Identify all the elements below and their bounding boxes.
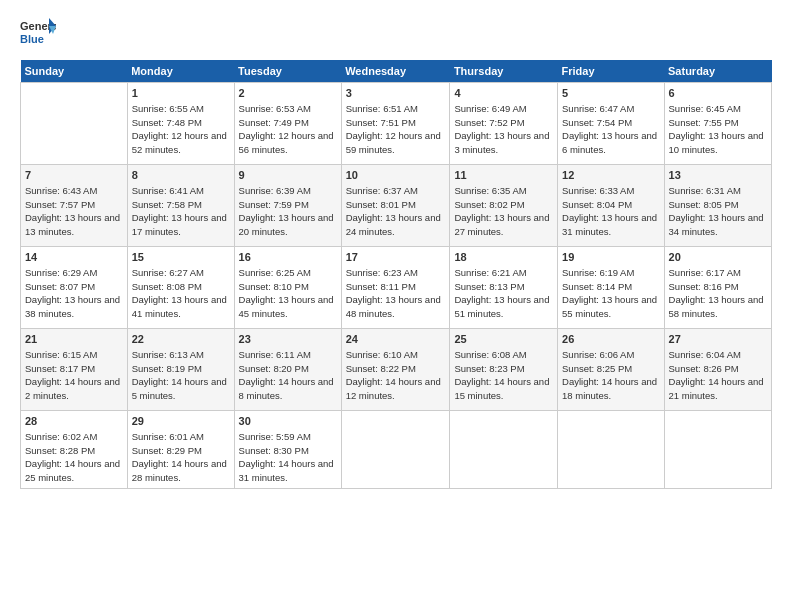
- day-info: Sunrise: 6:53 AMSunset: 7:49 PMDaylight:…: [239, 103, 334, 155]
- day-info: Sunrise: 6:55 AMSunset: 7:48 PMDaylight:…: [132, 103, 227, 155]
- day-info: Sunrise: 6:10 AMSunset: 8:22 PMDaylight:…: [346, 349, 441, 401]
- calendar-week-4: 21Sunrise: 6:15 AMSunset: 8:17 PMDayligh…: [21, 329, 772, 411]
- day-number: 18: [454, 250, 553, 265]
- day-info: Sunrise: 6:25 AMSunset: 8:10 PMDaylight:…: [239, 267, 334, 319]
- calendar-cell: 14Sunrise: 6:29 AMSunset: 8:07 PMDayligh…: [21, 247, 128, 329]
- calendar-cell: 25Sunrise: 6:08 AMSunset: 8:23 PMDayligh…: [450, 329, 558, 411]
- calendar-cell: [664, 411, 771, 489]
- day-info: Sunrise: 6:45 AMSunset: 7:55 PMDaylight:…: [669, 103, 764, 155]
- calendar-cell: 11Sunrise: 6:35 AMSunset: 8:02 PMDayligh…: [450, 165, 558, 247]
- calendar-cell: 12Sunrise: 6:33 AMSunset: 8:04 PMDayligh…: [558, 165, 665, 247]
- calendar-header-monday: Monday: [127, 60, 234, 83]
- day-number: 9: [239, 168, 337, 183]
- day-info: Sunrise: 6:17 AMSunset: 8:16 PMDaylight:…: [669, 267, 764, 319]
- calendar-header-thursday: Thursday: [450, 60, 558, 83]
- calendar-cell: 13Sunrise: 6:31 AMSunset: 8:05 PMDayligh…: [664, 165, 771, 247]
- calendar-cell: 26Sunrise: 6:06 AMSunset: 8:25 PMDayligh…: [558, 329, 665, 411]
- day-info: Sunrise: 6:23 AMSunset: 8:11 PMDaylight:…: [346, 267, 441, 319]
- day-number: 29: [132, 414, 230, 429]
- calendar-cell: 2Sunrise: 6:53 AMSunset: 7:49 PMDaylight…: [234, 83, 341, 165]
- calendar-cell: 6Sunrise: 6:45 AMSunset: 7:55 PMDaylight…: [664, 83, 771, 165]
- calendar-table: SundayMondayTuesdayWednesdayThursdayFrid…: [20, 60, 772, 489]
- calendar-cell: 23Sunrise: 6:11 AMSunset: 8:20 PMDayligh…: [234, 329, 341, 411]
- day-info: Sunrise: 6:04 AMSunset: 8:26 PMDaylight:…: [669, 349, 764, 401]
- calendar-cell: 28Sunrise: 6:02 AMSunset: 8:28 PMDayligh…: [21, 411, 128, 489]
- day-info: Sunrise: 5:59 AMSunset: 8:30 PMDaylight:…: [239, 431, 334, 483]
- calendar-cell: 24Sunrise: 6:10 AMSunset: 8:22 PMDayligh…: [341, 329, 450, 411]
- logo-icon: GeneralBlue: [20, 16, 56, 52]
- day-info: Sunrise: 6:01 AMSunset: 8:29 PMDaylight:…: [132, 431, 227, 483]
- calendar-header-wednesday: Wednesday: [341, 60, 450, 83]
- calendar-header-sunday: Sunday: [21, 60, 128, 83]
- day-info: Sunrise: 6:47 AMSunset: 7:54 PMDaylight:…: [562, 103, 657, 155]
- day-number: 30: [239, 414, 337, 429]
- day-info: Sunrise: 6:49 AMSunset: 7:52 PMDaylight:…: [454, 103, 549, 155]
- calendar-cell: 20Sunrise: 6:17 AMSunset: 8:16 PMDayligh…: [664, 247, 771, 329]
- calendar-cell: 9Sunrise: 6:39 AMSunset: 7:59 PMDaylight…: [234, 165, 341, 247]
- day-info: Sunrise: 6:39 AMSunset: 7:59 PMDaylight:…: [239, 185, 334, 237]
- day-info: Sunrise: 6:06 AMSunset: 8:25 PMDaylight:…: [562, 349, 657, 401]
- day-number: 11: [454, 168, 553, 183]
- calendar-cell: [450, 411, 558, 489]
- day-info: Sunrise: 6:11 AMSunset: 8:20 PMDaylight:…: [239, 349, 334, 401]
- day-info: Sunrise: 6:51 AMSunset: 7:51 PMDaylight:…: [346, 103, 441, 155]
- day-number: 7: [25, 168, 123, 183]
- day-info: Sunrise: 6:37 AMSunset: 8:01 PMDaylight:…: [346, 185, 441, 237]
- day-number: 19: [562, 250, 660, 265]
- day-number: 25: [454, 332, 553, 347]
- calendar-cell: 4Sunrise: 6:49 AMSunset: 7:52 PMDaylight…: [450, 83, 558, 165]
- day-number: 20: [669, 250, 767, 265]
- calendar-cell: 5Sunrise: 6:47 AMSunset: 7:54 PMDaylight…: [558, 83, 665, 165]
- calendar-week-5: 28Sunrise: 6:02 AMSunset: 8:28 PMDayligh…: [21, 411, 772, 489]
- calendar-cell: 15Sunrise: 6:27 AMSunset: 8:08 PMDayligh…: [127, 247, 234, 329]
- day-info: Sunrise: 6:13 AMSunset: 8:19 PMDaylight:…: [132, 349, 227, 401]
- day-number: 14: [25, 250, 123, 265]
- calendar-header-row: SundayMondayTuesdayWednesdayThursdayFrid…: [21, 60, 772, 83]
- day-info: Sunrise: 6:33 AMSunset: 8:04 PMDaylight:…: [562, 185, 657, 237]
- day-number: 4: [454, 86, 553, 101]
- day-number: 5: [562, 86, 660, 101]
- calendar-cell: 10Sunrise: 6:37 AMSunset: 8:01 PMDayligh…: [341, 165, 450, 247]
- calendar-cell: [341, 411, 450, 489]
- calendar-week-2: 7Sunrise: 6:43 AMSunset: 7:57 PMDaylight…: [21, 165, 772, 247]
- day-info: Sunrise: 6:43 AMSunset: 7:57 PMDaylight:…: [25, 185, 120, 237]
- day-number: 21: [25, 332, 123, 347]
- day-number: 10: [346, 168, 446, 183]
- logo: GeneralBlue: [20, 16, 56, 52]
- day-number: 22: [132, 332, 230, 347]
- day-number: 6: [669, 86, 767, 101]
- calendar-cell: 21Sunrise: 6:15 AMSunset: 8:17 PMDayligh…: [21, 329, 128, 411]
- day-info: Sunrise: 6:02 AMSunset: 8:28 PMDaylight:…: [25, 431, 120, 483]
- calendar-week-3: 14Sunrise: 6:29 AMSunset: 8:07 PMDayligh…: [21, 247, 772, 329]
- calendar-cell: 3Sunrise: 6:51 AMSunset: 7:51 PMDaylight…: [341, 83, 450, 165]
- day-info: Sunrise: 6:15 AMSunset: 8:17 PMDaylight:…: [25, 349, 120, 401]
- calendar-cell: 16Sunrise: 6:25 AMSunset: 8:10 PMDayligh…: [234, 247, 341, 329]
- calendar-header-friday: Friday: [558, 60, 665, 83]
- day-info: Sunrise: 6:21 AMSunset: 8:13 PMDaylight:…: [454, 267, 549, 319]
- day-number: 28: [25, 414, 123, 429]
- day-number: 13: [669, 168, 767, 183]
- day-number: 12: [562, 168, 660, 183]
- calendar-cell: 30Sunrise: 5:59 AMSunset: 8:30 PMDayligh…: [234, 411, 341, 489]
- page: GeneralBlue SundayMondayTuesdayWednesday…: [0, 0, 792, 612]
- day-info: Sunrise: 6:35 AMSunset: 8:02 PMDaylight:…: [454, 185, 549, 237]
- day-info: Sunrise: 6:08 AMSunset: 8:23 PMDaylight:…: [454, 349, 549, 401]
- day-number: 16: [239, 250, 337, 265]
- header: GeneralBlue: [20, 16, 772, 52]
- day-info: Sunrise: 6:31 AMSunset: 8:05 PMDaylight:…: [669, 185, 764, 237]
- calendar-cell: 22Sunrise: 6:13 AMSunset: 8:19 PMDayligh…: [127, 329, 234, 411]
- calendar-cell: 1Sunrise: 6:55 AMSunset: 7:48 PMDaylight…: [127, 83, 234, 165]
- calendar-cell: 8Sunrise: 6:41 AMSunset: 7:58 PMDaylight…: [127, 165, 234, 247]
- day-info: Sunrise: 6:27 AMSunset: 8:08 PMDaylight:…: [132, 267, 227, 319]
- calendar-cell: 27Sunrise: 6:04 AMSunset: 8:26 PMDayligh…: [664, 329, 771, 411]
- calendar-header-tuesday: Tuesday: [234, 60, 341, 83]
- day-number: 23: [239, 332, 337, 347]
- day-number: 3: [346, 86, 446, 101]
- svg-text:Blue: Blue: [20, 33, 44, 45]
- calendar-header-saturday: Saturday: [664, 60, 771, 83]
- calendar-cell: 18Sunrise: 6:21 AMSunset: 8:13 PMDayligh…: [450, 247, 558, 329]
- day-number: 17: [346, 250, 446, 265]
- calendar-cell: 19Sunrise: 6:19 AMSunset: 8:14 PMDayligh…: [558, 247, 665, 329]
- day-info: Sunrise: 6:29 AMSunset: 8:07 PMDaylight:…: [25, 267, 120, 319]
- day-info: Sunrise: 6:41 AMSunset: 7:58 PMDaylight:…: [132, 185, 227, 237]
